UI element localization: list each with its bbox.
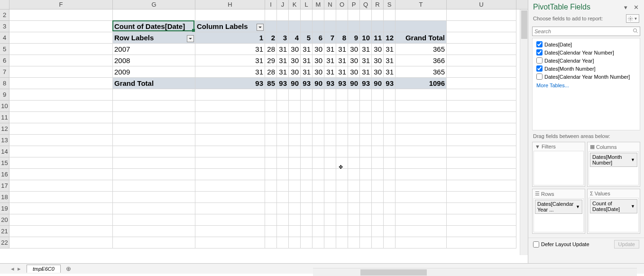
cell[interactable]: [301, 157, 313, 169]
cell[interactable]: [113, 169, 195, 180]
cell[interactable]: [396, 157, 447, 169]
cell[interactable]: [277, 89, 289, 101]
cell[interactable]: 93: [384, 78, 396, 89]
cell[interactable]: [360, 146, 372, 157]
column-header[interactable]: G: [113, 0, 195, 9]
cell[interactable]: [313, 9, 324, 21]
cell[interactable]: 11: [372, 32, 384, 44]
cell[interactable]: [447, 89, 516, 101]
cell[interactable]: [336, 157, 348, 169]
cell[interactable]: [9, 21, 113, 32]
cell[interactable]: [9, 214, 113, 226]
row-header[interactable]: 3: [0, 21, 9, 32]
fields-list[interactable]: Dates[Date]Dates[Calendar Year Number]Da…: [532, 38, 640, 130]
cell[interactable]: [195, 237, 265, 248]
cell[interactable]: [113, 192, 195, 203]
cell[interactable]: [313, 146, 324, 157]
cell[interactable]: [348, 146, 360, 157]
area-field-item[interactable]: Count of Dates[Date]▼: [590, 199, 637, 213]
column-header[interactable]: N: [324, 0, 336, 9]
cell[interactable]: [301, 135, 313, 146]
cell[interactable]: 31: [336, 44, 348, 55]
cell[interactable]: [265, 21, 277, 32]
cell[interactable]: [384, 169, 396, 180]
row-header[interactable]: 4: [0, 32, 9, 44]
cell[interactable]: [277, 157, 289, 169]
row-header[interactable]: 15: [0, 157, 9, 169]
row-header[interactable]: 20: [0, 214, 9, 226]
cell[interactable]: [447, 169, 516, 180]
cell[interactable]: [396, 21, 447, 32]
cell[interactable]: [360, 180, 372, 192]
vertical-scrollbar[interactable]: [520, 9, 528, 255]
cell[interactable]: [9, 89, 113, 101]
cell[interactable]: [195, 146, 265, 157]
cell[interactable]: [396, 146, 447, 157]
cell[interactable]: [301, 21, 313, 32]
cell[interactable]: 3: [277, 32, 289, 44]
cell[interactable]: [289, 169, 301, 180]
cell[interactable]: [113, 101, 195, 112]
cell[interactable]: 31: [360, 55, 372, 66]
cell[interactable]: [348, 89, 360, 101]
cell[interactable]: 93: [301, 78, 313, 89]
cell[interactable]: 6: [313, 32, 324, 44]
defer-layout-checkbox[interactable]: Defer Layout Update: [533, 241, 589, 248]
panel-close-icon[interactable]: ✕: [633, 4, 639, 10]
cell[interactable]: [113, 237, 195, 248]
cell[interactable]: 365: [396, 44, 447, 55]
cell[interactable]: [447, 44, 516, 55]
cell[interactable]: [289, 237, 301, 248]
cell[interactable]: [289, 112, 301, 123]
cell[interactable]: [372, 214, 384, 226]
cell[interactable]: [372, 112, 384, 123]
column-header[interactable]: [0, 0, 9, 9]
cell[interactable]: [9, 203, 113, 214]
add-sheet-button[interactable]: ⊕: [64, 265, 73, 273]
cell[interactable]: [195, 89, 265, 101]
cell[interactable]: [9, 123, 113, 135]
cell[interactable]: [113, 123, 195, 135]
cell[interactable]: [277, 192, 289, 203]
cell[interactable]: [360, 157, 372, 169]
cell[interactable]: [195, 192, 265, 203]
row-header[interactable]: 5: [0, 44, 9, 55]
row-header[interactable]: 19: [0, 203, 9, 214]
cell[interactable]: 93: [360, 78, 372, 89]
cell[interactable]: [360, 226, 372, 237]
cell[interactable]: [195, 123, 265, 135]
row-header[interactable]: 9: [0, 89, 9, 101]
column-header[interactable]: K: [289, 0, 301, 9]
cell[interactable]: [348, 192, 360, 203]
cell[interactable]: [265, 146, 277, 157]
cell[interactable]: 30: [289, 55, 301, 66]
cell[interactable]: [313, 214, 324, 226]
column-header[interactable]: S: [384, 0, 396, 9]
cell[interactable]: 30: [289, 66, 301, 78]
cell[interactable]: [360, 214, 372, 226]
cell[interactable]: [336, 21, 348, 32]
cell[interactable]: [372, 21, 384, 32]
cell[interactable]: 31: [277, 55, 289, 66]
cell[interactable]: [336, 180, 348, 192]
cell[interactable]: [195, 135, 265, 146]
cell[interactable]: [195, 214, 265, 226]
scrollbar-thumb[interactable]: [360, 269, 427, 276]
cell[interactable]: [336, 237, 348, 248]
cell[interactable]: 90: [348, 78, 360, 89]
column-header[interactable]: T: [396, 0, 447, 9]
field-checkbox[interactable]: [536, 65, 543, 72]
cell[interactable]: [384, 157, 396, 169]
area-field-item[interactable]: Dates[Month Number]▼: [590, 153, 637, 167]
field-item[interactable]: Dates[Calendar Year Month Number]: [536, 73, 636, 81]
cell[interactable]: [277, 237, 289, 248]
cell[interactable]: [289, 9, 301, 21]
row-header[interactable]: 22: [0, 237, 9, 248]
cell[interactable]: [9, 32, 113, 44]
cell[interactable]: [384, 101, 396, 112]
cell[interactable]: 28: [265, 44, 277, 55]
cell[interactable]: [324, 203, 336, 214]
cell[interactable]: [265, 112, 277, 123]
cell[interactable]: [265, 192, 277, 203]
cell[interactable]: [336, 123, 348, 135]
